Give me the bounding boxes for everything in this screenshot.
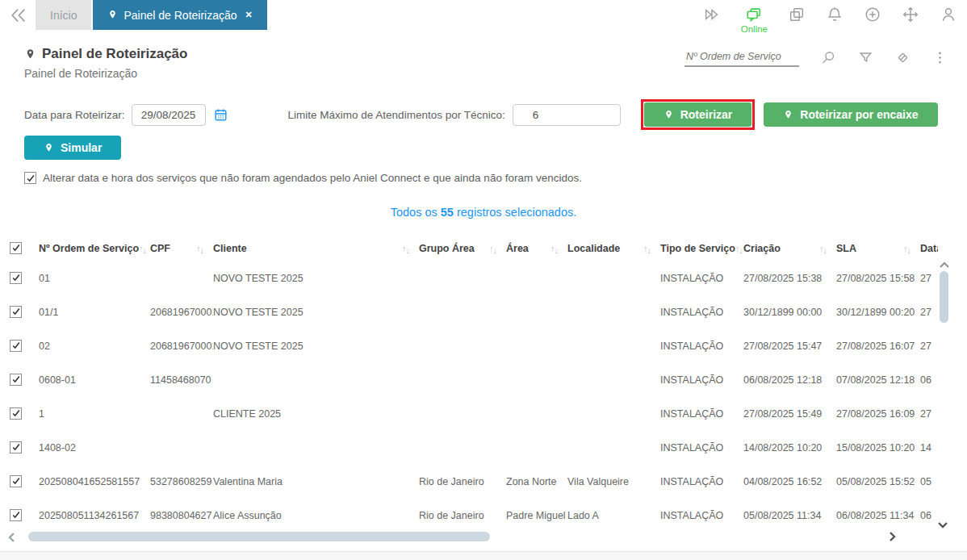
table-cell: INSTALAÇÃO: [660, 431, 743, 465]
table-cell: [419, 431, 506, 465]
button-label: Roteirizar: [680, 108, 733, 121]
table-row[interactable]: 20250804165258155753278608259Valentina M…: [10, 465, 938, 499]
row-checkbox[interactable]: [10, 509, 22, 521]
roteirizar-por-encaixe-button[interactable]: Roteirizar por encaixe: [764, 102, 937, 127]
table-cell: 06/08/2025 12:18: [743, 363, 836, 397]
sort-arrows-icon[interactable]: ↑↓: [819, 244, 827, 253]
table-row[interactable]: 0220681967000193NOVO TESTE 2025INSTALAÇÃ…: [10, 329, 938, 363]
row-checkbox[interactable]: [10, 374, 22, 386]
selection-count: 55: [441, 206, 454, 219]
table-cell: [419, 295, 506, 329]
table-cell: Alice Assunção: [213, 499, 419, 533]
scroll-left-icon[interactable]: [6, 532, 16, 543]
table-row[interactable]: 0608-0111458468070INSTALAÇÃO06/08/2025 1…: [10, 363, 938, 397]
table-cell: 27/08/2025 15:47: [743, 329, 836, 363]
column-header[interactable]: Criação↑↓: [743, 236, 836, 261]
column-header[interactable]: Tipo de Serviço↑↓: [660, 236, 743, 261]
tab-painel-roteirizacao[interactable]: Painel de Roteirização ✕: [93, 0, 266, 30]
vertical-scrollbar-thumb[interactable]: [940, 271, 948, 323]
copy-icon[interactable]: [788, 6, 806, 23]
table-cell: [567, 295, 660, 329]
kebab-menu-icon[interactable]: [932, 50, 948, 65]
table-cell: [567, 363, 660, 397]
select-all-checkbox[interactable]: [10, 242, 22, 254]
page-header: Painel de Roteirização Painel de Roteiri…: [24, 46, 943, 80]
row-checkbox[interactable]: [10, 340, 22, 352]
add-circle-icon[interactable]: [864, 6, 881, 23]
sort-arrows-icon[interactable]: ↑↓: [139, 244, 146, 253]
sort-arrows-icon[interactable]: ↑↓: [735, 244, 743, 253]
table-cell: 14: [920, 431, 938, 465]
table-cell: NOVO TESTE 2025: [213, 329, 419, 363]
table-cell: [419, 363, 506, 397]
table-cell: 01/1: [39, 295, 150, 329]
column-header[interactable]: CPF↑↓: [150, 236, 213, 261]
column-header[interactable]: Nº Ordem de Serviço↑↓: [39, 236, 150, 261]
table-row[interactable]: 01/120681967000193NOVO TESTE 2025INSTALA…: [10, 295, 938, 329]
button-label: Simular: [61, 141, 102, 154]
page-title: Painel de Roteirização: [42, 46, 187, 62]
roteirizar-highlight-box: Roteirizar: [641, 99, 756, 130]
table-body: 01NOVO TESTE 2025INSTALAÇÃO27/08/2025 15…: [10, 261, 938, 533]
pin-icon: [664, 109, 674, 121]
collapse-tabs-icon[interactable]: [6, 6, 31, 25]
table-cell: 27: [920, 329, 938, 363]
table-cell: 20681967000193: [150, 295, 213, 329]
tab-inicio[interactable]: Início: [36, 0, 91, 30]
row-checkbox[interactable]: [10, 475, 22, 487]
row-checkbox[interactable]: [10, 306, 22, 318]
table-cell: INSTALAÇÃO: [660, 465, 743, 499]
horizontal-scrollbar-thumb[interactable]: [28, 532, 490, 541]
sort-arrows-icon[interactable]: ↑↓: [489, 244, 496, 253]
table-row[interactable]: 20250805113426156798380804627Alice Assun…: [10, 499, 938, 533]
table-row[interactable]: 1CLIENTE 2025INSTALAÇÃO27/08/2025 15:492…: [10, 397, 938, 431]
table-row[interactable]: 1408-02INSTALAÇÃO14/08/2025 10:2015/08/2…: [10, 431, 938, 465]
column-header[interactable]: Data: [920, 236, 938, 261]
table-cell: 98380804627: [150, 499, 213, 533]
row-checkbox[interactable]: [10, 272, 22, 284]
column-header[interactable]: Área↑↓: [506, 236, 567, 261]
fast-forward-icon[interactable]: [703, 6, 721, 23]
sort-arrows-icon[interactable]: ↑↓: [550, 244, 558, 253]
simular-button[interactable]: Simular: [24, 136, 121, 160]
limit-input[interactable]: [513, 104, 621, 126]
sort-arrows-icon[interactable]: ↑↓: [402, 244, 409, 253]
table-cell: 01: [39, 261, 150, 295]
notifications-bell-icon[interactable]: [826, 6, 844, 23]
sort-arrows-icon[interactable]: ↑↓: [196, 244, 203, 253]
table-cell: 05/08/2025 11:34: [743, 499, 836, 533]
table-row[interactable]: 01NOVO TESTE 2025INSTALAÇÃO27/08/2025 15…: [10, 261, 938, 295]
column-header[interactable]: Cliente↑↓: [213, 236, 419, 261]
date-input[interactable]: [132, 104, 206, 126]
calendar-icon[interactable]: [213, 107, 228, 123]
table-cell: 04/08/2025 16:52: [743, 465, 836, 499]
sort-arrows-icon[interactable]: ↑↓: [643, 244, 651, 253]
row-checkbox[interactable]: [10, 441, 22, 453]
filter-icon[interactable]: [858, 50, 873, 65]
user-icon[interactable]: [940, 6, 957, 23]
page-subtitle: Painel de Roteirização: [24, 67, 943, 80]
chat-status[interactable]: Online: [741, 6, 768, 34]
table-cell: 27/08/2025 15:58: [836, 261, 920, 295]
table-cell: NOVO TESTE 2025: [213, 261, 419, 295]
row-checkbox[interactable]: [10, 407, 22, 420]
search-icon[interactable]: [821, 50, 836, 65]
close-tab-icon[interactable]: ✕: [245, 10, 253, 20]
roteirizar-button[interactable]: Roteirizar: [644, 102, 752, 127]
eraser-icon[interactable]: [895, 50, 910, 65]
move-icon[interactable]: [902, 6, 919, 23]
limit-label: Limite Máximo de Atendimentos por Técnic…: [288, 109, 505, 121]
alter-date-checkbox[interactable]: [24, 172, 36, 184]
scroll-down-icon[interactable]: [937, 521, 948, 529]
column-header[interactable]: SLA↑↓: [836, 236, 920, 261]
scroll-right-icon[interactable]: [888, 531, 898, 542]
column-header[interactable]: Grupo Área↑↓: [419, 236, 506, 261]
scroll-up-icon[interactable]: [939, 261, 950, 269]
search-input[interactable]: [684, 48, 799, 67]
sort-arrows-icon[interactable]: ↑↓: [903, 244, 910, 253]
selection-suffix: registros selecionados.: [454, 206, 576, 219]
table-cell: [506, 363, 567, 397]
column-header[interactable]: Localidade↑↓: [567, 236, 660, 261]
table-cell: [506, 329, 567, 363]
table-cell: 14/08/2025 10:20: [743, 431, 836, 465]
